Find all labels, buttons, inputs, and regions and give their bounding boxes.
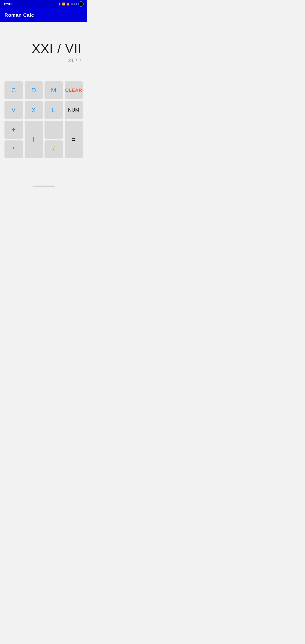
battery-icon: 🔋	[58, 3, 61, 6]
app-title: Roman Calc	[4, 12, 34, 18]
key-num[interactable]: NUM	[64, 101, 83, 119]
key-clear[interactable]: CLEAR	[64, 82, 83, 99]
bottom-bar	[0, 183, 87, 189]
camera-dot	[78, 1, 84, 7]
numeric-expression: 21 / 7	[68, 58, 82, 63]
keypad-grid: C D M CLEAR V X L NUM + I	[4, 82, 83, 158]
roman-expression: XXI / VII	[32, 41, 82, 56]
display-area: XXI / VII 21 / 7	[0, 22, 87, 78]
status-icons: 🔋 📶 📶 100%	[58, 1, 84, 7]
key-equals[interactable]: =	[64, 121, 83, 158]
key-slash[interactable]: /	[44, 140, 63, 158]
wifi-icon: 📶	[62, 2, 66, 6]
key-d[interactable]: D	[24, 82, 43, 99]
key-x[interactable]: X	[24, 101, 43, 119]
key-multiply[interactable]: *	[4, 140, 23, 158]
key-minus[interactable]: -	[44, 121, 63, 139]
key-v[interactable]: V	[4, 101, 23, 119]
status-bar: 12:33 🔋 📶 📶 100%	[0, 0, 87, 8]
key-m[interactable]: M	[44, 82, 63, 99]
battery-percent: 100%	[70, 2, 77, 6]
key-c[interactable]: C	[4, 82, 23, 99]
key-i[interactable]: I	[24, 121, 43, 158]
keypad: C D M CLEAR V X L NUM + I	[0, 78, 87, 164]
spacer	[0, 164, 87, 184]
key-plus[interactable]: +	[4, 121, 23, 139]
signal-icon: 📶	[66, 3, 70, 6]
app-bar: Roman Calc	[0, 8, 87, 22]
status-time: 12:33	[4, 2, 12, 6]
key-l[interactable]: L	[44, 101, 63, 119]
home-indicator	[32, 186, 55, 186]
